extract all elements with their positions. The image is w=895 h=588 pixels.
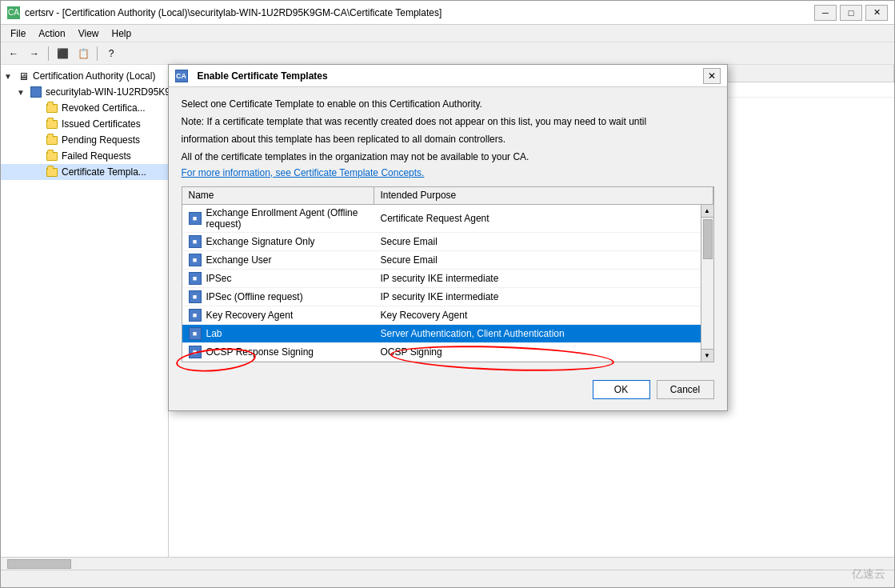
modal-icon: CA (175, 70, 188, 82)
row-purpose-1: Secure Email (381, 236, 707, 247)
modal-title: Enable Certificate Templates (198, 70, 328, 82)
modal-table-body: ■Exchange Enrollment Agent (Offline requ… (182, 205, 713, 362)
row-purpose-5: Key Recovery Agent (381, 310, 707, 321)
modal-table-row-5[interactable]: ■Key Recovery AgentKey Recovery Agent (182, 306, 713, 325)
modal-table-row-7[interactable]: ■OCSP Response SigningOCSP Signing (182, 343, 713, 362)
ok-button[interactable]: OK (593, 380, 650, 399)
modal-close-button[interactable]: ✕ (703, 68, 721, 84)
cancel-button[interactable]: Cancel (657, 380, 714, 399)
modal-body: Select one Certificate Template to enabl… (169, 87, 727, 372)
row-purpose-0: Certificate Request Agent (381, 213, 707, 224)
row-icon-5: ■ (189, 309, 202, 322)
modal-link[interactable]: For more information, see Certificate Te… (182, 167, 425, 178)
scroll-down-button[interactable]: ▼ (701, 349, 713, 362)
row-purpose-6: Server Authentication, Client Authentica… (381, 328, 707, 339)
row-name-4: ■IPSec (Offline request) (189, 290, 381, 303)
row-icon-2: ■ (189, 254, 202, 266)
row-name-5: ■Key Recovery Agent (189, 309, 381, 322)
modal-table-row-1[interactable]: ■Exchange Signature OnlySecure Email (182, 233, 713, 251)
modal-table-col2-header: Intended Purpose (374, 187, 713, 204)
row-name-7: ■OCSP Response Signing (189, 346, 381, 358)
modal-overlay: CA Enable Certificate Templates ✕ Select… (0, 0, 895, 588)
modal-table: Name Intended Purpose ■Exchange Enrollme… (182, 186, 714, 362)
row-icon-4: ■ (189, 290, 202, 303)
modal-titlebar: CA Enable Certificate Templates ✕ (169, 65, 727, 87)
modal-table-header: Name Intended Purpose (182, 187, 713, 205)
modal-table-col1-header: Name (182, 187, 374, 204)
row-name-2: ■Exchange User (189, 254, 381, 266)
modal-desc-1: Select one Certificate Template to enabl… (182, 97, 714, 111)
watermark: 亿速云 (852, 567, 885, 582)
modal-footer: OK Cancel (169, 372, 727, 410)
row-purpose-4: IP security IKE intermediate (381, 291, 707, 302)
row-name-3: ■IPSec (189, 272, 381, 285)
row-purpose-2: Secure Email (381, 254, 707, 266)
row-name-6: ■Lab (189, 327, 381, 340)
modal-scrollbar[interactable]: ▲ ▼ (701, 205, 713, 362)
scroll-thumb[interactable] (703, 219, 713, 259)
modal-desc-3: information about this template has been… (182, 132, 714, 146)
row-icon-3: ■ (189, 272, 202, 285)
modal-table-row-4[interactable]: ■IPSec (Offline request)IP security IKE … (182, 288, 713, 306)
modal-table-row-6[interactable]: ■LabServer Authentication, Client Authen… (182, 325, 713, 343)
modal-table-row-2[interactable]: ■Exchange UserSecure Email (182, 251, 713, 270)
row-purpose-3: IP security IKE intermediate (381, 273, 707, 284)
row-icon-0: ■ (189, 212, 202, 225)
modal-dialog: CA Enable Certificate Templates ✕ Select… (168, 64, 728, 411)
row-name-1: ■Exchange Signature Only (189, 235, 381, 248)
scroll-up-button[interactable]: ▲ (701, 205, 713, 218)
modal-table-row-3[interactable]: ■IPSecIP security IKE intermediate (182, 270, 713, 288)
row-icon-6: ■ (189, 327, 202, 340)
modal-desc-4: All of the certificate templates in the … (182, 150, 714, 164)
row-purpose-7: OCSP Signing (381, 346, 707, 358)
row-icon-1: ■ (189, 235, 202, 248)
modal-desc-2: Note: If a certificate template that was… (182, 114, 714, 129)
modal-table-row-0[interactable]: ■Exchange Enrollment Agent (Offline requ… (182, 205, 713, 233)
modal-title-left: CA Enable Certificate Templates (175, 70, 328, 82)
row-name-0: ■Exchange Enrollment Agent (Offline requ… (189, 207, 381, 230)
row-icon-7: ■ (189, 346, 202, 358)
